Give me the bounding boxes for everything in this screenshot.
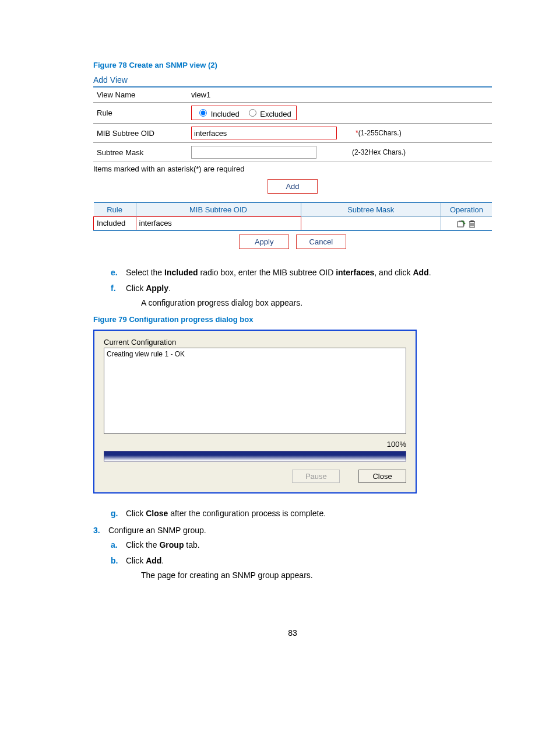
- rules-table-header-op: Operation: [441, 202, 492, 217]
- instruction-e: e. Select the Included radio box, enter …: [111, 267, 492, 279]
- view-name-label: View Name: [93, 87, 188, 103]
- subtree-mask-input[interactable]: [191, 146, 316, 159]
- delete-icon[interactable]: [468, 220, 476, 228]
- excluded-radio-label[interactable]: Excluded: [246, 110, 291, 118]
- rules-table: Rule MIB Subtree OID Subtree Mask Operat…: [93, 202, 492, 231]
- add-view-heading: Add View: [93, 75, 492, 85]
- step-3: 3. Configure an SNMP group.: [93, 524, 492, 537]
- f-marker: f.: [111, 282, 124, 295]
- view-name-value: view1: [188, 87, 492, 103]
- included-radio[interactable]: [199, 109, 207, 117]
- mib-subtree-oid-input[interactable]: [191, 127, 337, 139]
- instruction-f: f. Click Apply.: [111, 282, 492, 295]
- progress-percent: 100%: [104, 440, 406, 449]
- apply-button[interactable]: Apply: [239, 235, 289, 249]
- cancel-button[interactable]: Cancel: [296, 235, 346, 249]
- figure-78-caption: Figure 78 Create an SNMP view (2): [93, 61, 492, 69]
- e-marker: e.: [111, 267, 124, 279]
- rules-table-header-mask: Subtree Mask: [301, 202, 441, 217]
- pause-button: Pause: [292, 470, 340, 483]
- mib-cell: interfaces: [136, 217, 301, 230]
- subtree-mask-label: Subtree Mask: [93, 143, 188, 162]
- svg-rect-0: [458, 222, 463, 227]
- excluded-radio[interactable]: [249, 109, 256, 117]
- progress-log: Creating view rule 1 - OK: [104, 348, 406, 434]
- mib-hint: (1-255Chars.): [358, 129, 402, 137]
- g-marker: g.: [111, 508, 124, 520]
- step-3-marker: 3.: [93, 524, 106, 537]
- add-view-form-table: View Name view1 Rule Included Excluded: [93, 86, 492, 162]
- progress-bar: [104, 451, 406, 461]
- progress-dialog: Current Configuration Creating view rule…: [93, 330, 417, 494]
- add-button[interactable]: Add: [268, 179, 318, 194]
- mib-subtree-oid-label: MIB Subtree OID: [93, 124, 188, 143]
- progress-dialog-title: Current Configuration: [104, 338, 406, 346]
- page-number: 83: [93, 628, 492, 638]
- instruction-a: a. Click the Group tab.: [111, 539, 492, 551]
- table-row: Included interfaces: [94, 217, 492, 230]
- mask-hint: (2-32Hex Chars.): [352, 148, 406, 156]
- svg-rect-6: [471, 220, 473, 222]
- b-marker: b.: [111, 555, 124, 567]
- close-button[interactable]: Close: [358, 470, 406, 483]
- required-note: Items marked with an asterisk(*) are req…: [93, 162, 492, 179]
- mask-cell: [301, 217, 441, 230]
- figure-79-caption: Figure 79 Configuration progress dialog …: [93, 315, 492, 324]
- edit-icon[interactable]: [457, 220, 466, 228]
- instruction-f-sub: A configuration progress dialog box appe…: [141, 297, 492, 309]
- rule-cell: Included: [94, 217, 136, 230]
- instruction-b-sub: The page for creating an SNMP group appe…: [141, 569, 492, 582]
- included-radio-label[interactable]: Included: [196, 110, 241, 118]
- progress-log-line: Creating view rule 1 - OK: [107, 350, 403, 358]
- rule-label: Rule: [93, 103, 188, 124]
- rules-table-header-rule: Rule: [94, 202, 136, 217]
- a-marker: a.: [111, 539, 124, 551]
- rules-table-header-mib: MIB Subtree OID: [136, 202, 301, 217]
- excluded-radio-text: Excluded: [260, 110, 291, 118]
- included-radio-text: Included: [211, 110, 240, 118]
- instruction-b: b. Click Add.: [111, 555, 492, 567]
- instruction-g: g. Click Close after the configuration p…: [111, 508, 492, 520]
